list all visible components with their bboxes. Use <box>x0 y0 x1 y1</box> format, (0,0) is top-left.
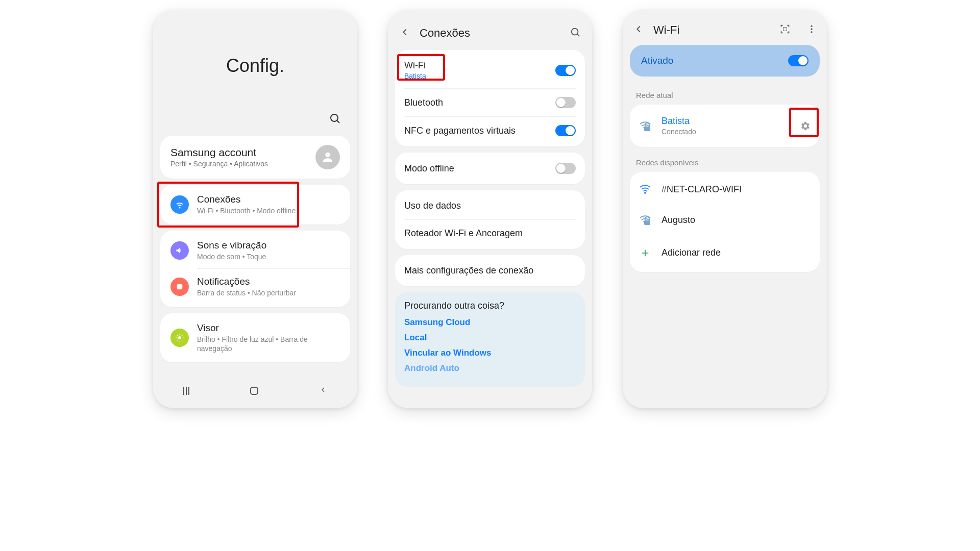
plus-icon: ＋ <box>639 244 651 261</box>
row-title: Sons e vibração <box>197 240 266 251</box>
network-row[interactable]: #NET-CLARO-WIFI <box>630 174 820 205</box>
phone-connections: Conexões Wi-Fi Batista Bluetooth NFC e p… <box>388 10 592 408</box>
more-icon[interactable] <box>806 24 817 36</box>
display-card: Visor Brilho • Filtro de luz azul • Barr… <box>160 313 350 362</box>
row-title: Modo offline <box>404 163 454 174</box>
account-subtitle: Perfil • Segurança • Aplicativos <box>170 160 268 168</box>
row-hotspot[interactable]: Roteador Wi-Fi e Ancoragem <box>395 220 585 247</box>
add-network-label: Adicionar rede <box>662 247 811 258</box>
svg-point-13 <box>572 29 578 35</box>
svg-line-9 <box>177 335 178 336</box>
svg-line-1 <box>337 121 340 123</box>
svg-rect-3 <box>177 284 183 290</box>
svg-line-12 <box>182 335 182 336</box>
row-bluetooth[interactable]: Bluetooth <box>395 89 585 116</box>
notification-icon <box>170 278 189 296</box>
svg-point-4 <box>178 336 181 339</box>
row-offline[interactable]: Modo offline <box>395 155 585 182</box>
page-title: Wi-Fi <box>653 23 771 37</box>
add-network-row[interactable]: ＋ Adicionar rede <box>630 235 820 270</box>
network-name: Batista <box>662 116 789 127</box>
svg-line-11 <box>177 340 178 340</box>
svg-rect-20 <box>644 127 650 131</box>
row-subtitle: Wi-Fi • Bluetooth • Modo offline <box>197 206 296 215</box>
wifi-signal-icon <box>639 214 651 226</box>
link-android-auto[interactable]: Android Auto <box>404 363 576 373</box>
avatar[interactable] <box>315 145 340 169</box>
svg-point-16 <box>811 26 812 27</box>
row-subtitle: Barra de status • Não perturbar <box>197 288 296 297</box>
back-icon[interactable] <box>633 23 644 37</box>
section-current: Rede atual <box>630 86 820 105</box>
svg-point-0 <box>331 114 338 121</box>
row-more-conn[interactable]: Mais configurações de conexão <box>395 257 585 284</box>
row-data[interactable]: Uso de dados <box>395 192 585 219</box>
looking-for-heading: Procurando outra coisa? <box>404 300 576 311</box>
wifi-status-card: Ativado <box>630 45 820 77</box>
row-title: Conexões <box>197 194 296 205</box>
network-status: Conectado <box>662 128 789 136</box>
row-title: Notificações <box>197 276 296 287</box>
svg-rect-23 <box>644 220 650 225</box>
page-title: Conexões <box>420 27 560 40</box>
row-wifi[interactable]: Wi-Fi Batista <box>395 52 585 88</box>
row-visor[interactable]: Visor Brilho • Filtro de luz azul • Barr… <box>160 315 350 360</box>
wifi-master-toggle[interactable] <box>788 55 808 66</box>
nav-recent[interactable] <box>183 387 189 395</box>
row-title: Uso de dados <box>404 201 461 211</box>
sound-notif-card: Sons e vibração Modo de som • Toque Noti… <box>160 231 350 307</box>
row-title: Mais configurações de conexão <box>404 265 533 276</box>
network-name: Augusto <box>662 215 811 226</box>
row-subtitle: Modo de som • Toque <box>197 252 266 261</box>
row-nfc[interactable]: NFC e pagamentos virtuais <box>395 117 585 144</box>
phone-wifi: Wi-Fi Ativado Rede atual Batista Conecta… <box>623 10 827 408</box>
row-conexoes[interactable]: Conexões Wi-Fi • Bluetooth • Modo offlin… <box>160 187 350 222</box>
gear-icon[interactable] <box>799 120 811 132</box>
account-card[interactable]: Samsung account Perfil • Segurança • Apl… <box>160 136 350 179</box>
row-subtitle: Batista <box>404 72 426 80</box>
android-navbar <box>153 381 357 401</box>
section-available: Redes disponíveis <box>630 153 820 172</box>
row-title: Wi-Fi <box>404 60 426 71</box>
link-local[interactable]: Local <box>404 333 576 343</box>
wifi-toggle[interactable] <box>555 65 576 76</box>
row-subtitle: Brilho • Filtro de luz azul • Barra de n… <box>197 335 340 353</box>
network-name: #NET-CLARO-WIFI <box>662 184 811 195</box>
connections-card: Conexões Wi-Fi • Bluetooth • Modo offlin… <box>160 185 350 224</box>
account-title: Samsung account <box>170 146 268 159</box>
back-icon[interactable] <box>399 27 410 40</box>
search-icon[interactable] <box>570 27 581 40</box>
qr-scan-icon[interactable] <box>780 24 790 36</box>
row-title: Roteador Wi-Fi e Ancoragem <box>404 228 523 239</box>
offline-toggle[interactable] <box>555 163 576 174</box>
current-network-row[interactable]: Batista Conectado <box>630 107 820 145</box>
row-sons[interactable]: Sons e vibração Modo de som • Toque <box>160 233 350 268</box>
row-title: NFC e pagamentos virtuais <box>404 126 516 136</box>
network-row[interactable]: Augusto <box>630 205 820 235</box>
bluetooth-toggle[interactable] <box>555 97 576 108</box>
search-icon[interactable] <box>329 112 341 127</box>
svg-line-10 <box>182 340 182 340</box>
link-samsung-cloud[interactable]: Samsung Cloud <box>404 317 576 328</box>
nav-back[interactable] <box>319 386 327 396</box>
page-title: Config. <box>160 55 350 77</box>
svg-point-17 <box>811 28 812 30</box>
display-icon <box>170 329 189 347</box>
nav-home[interactable] <box>250 387 258 395</box>
wifi-status-label: Ativado <box>641 55 673 66</box>
looking-for-card: Procurando outra coisa? Samsung Cloud Lo… <box>395 292 585 387</box>
svg-line-14 <box>577 34 579 36</box>
phone-settings: Config. Samsung account Perfil • Seguran… <box>153 10 357 408</box>
link-windows[interactable]: Vincular ao Windows <box>404 348 576 358</box>
row-title: Bluetooth <box>404 97 443 108</box>
row-notif[interactable]: Notificações Barra de status • Não pertu… <box>160 269 350 305</box>
svg-rect-15 <box>783 28 787 31</box>
svg-point-2 <box>325 153 330 157</box>
sound-icon <box>170 241 189 260</box>
wifi-signal-icon <box>639 120 651 132</box>
wifi-icon <box>170 195 189 214</box>
row-title: Visor <box>197 322 340 334</box>
wifi-signal-icon <box>639 183 651 195</box>
nfc-toggle[interactable] <box>555 125 576 136</box>
svg-point-21 <box>645 192 646 193</box>
